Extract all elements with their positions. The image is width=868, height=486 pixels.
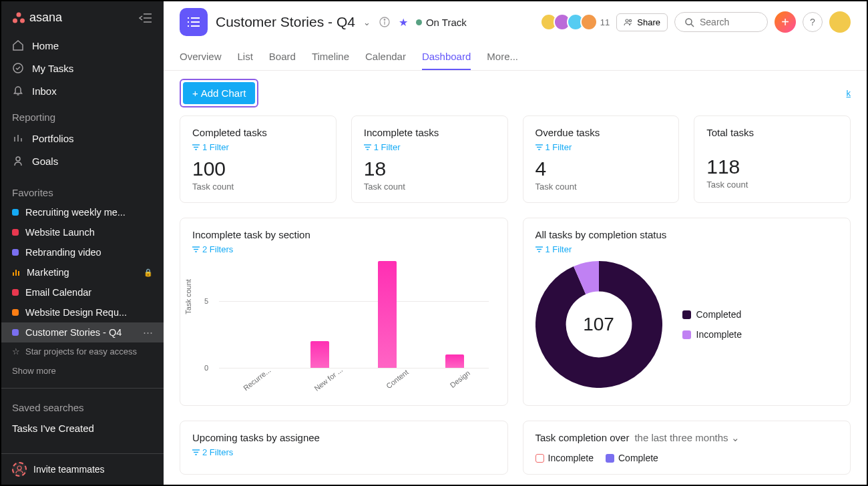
bar-chart-card[interactable]: Incomplete task by section 2 Filters Tas… — [180, 218, 508, 406]
legend-item: Completed — [682, 309, 742, 320]
legend-toggle[interactable]: Complete — [606, 453, 658, 463]
tab-board[interactable]: Board — [269, 45, 296, 70]
tab-overview[interactable]: Overview — [180, 45, 222, 70]
sidebar-favorite-item[interactable]: Website Design Requ... — [1, 302, 164, 322]
search-box[interactable] — [674, 12, 768, 32]
upcoming-chart-card[interactable]: Upcoming tasks by assignee 2 Filters — [180, 421, 508, 475]
share-button[interactable]: Share — [616, 13, 668, 31]
invite-teammates[interactable]: Invite teammates — [1, 453, 164, 485]
metric-title: Incomplete tasks — [364, 127, 495, 138]
brand-logo[interactable]: asana — [12, 11, 62, 25]
project-color-icon — [12, 229, 19, 236]
add-chart-button[interactable]: + Add Chart — [183, 82, 255, 104]
donut-chart: 107 — [535, 261, 662, 388]
nav-my-tasks[interactable]: My Tasks — [1, 57, 164, 79]
nav-label: Inbox — [32, 85, 57, 97]
svg-line-28 — [691, 24, 694, 27]
project-color-icon — [12, 289, 19, 296]
main-content: Customer Stories - Q4 ⌄ ★ On Track — [164, 1, 867, 485]
chart-filter[interactable]: 1 Filter — [535, 244, 839, 254]
saved-search-item[interactable]: Tasks I've Created — [1, 417, 164, 439]
project-title[interactable]: Customer Stories - Q4 — [216, 14, 355, 30]
legend-swatch — [682, 310, 691, 319]
tab-list[interactable]: List — [238, 45, 253, 70]
x-axis-label: Recurre... — [242, 366, 278, 401]
chart-title: Task completion over — [535, 432, 630, 443]
global-add-button[interactable]: + — [775, 11, 796, 33]
chevron-down-icon[interactable]: ⌄ — [363, 17, 371, 27]
project-icon[interactable] — [180, 8, 208, 36]
metric-subtitle: Task count — [364, 182, 495, 192]
metric-value: 18 — [364, 158, 495, 180]
favorite-label: Rebranding video — [25, 247, 153, 258]
metric-subtitle: Task count — [192, 182, 324, 192]
tab-dashboard[interactable]: Dashboard — [422, 45, 471, 70]
help-button[interactable]: ? — [803, 12, 823, 32]
current-user-avatar[interactable] — [829, 11, 851, 33]
sidebar-favorite-item[interactable]: Rebranding video — [1, 242, 164, 262]
metric-filter[interactable]: 1 Filter — [364, 142, 495, 152]
project-color-icon — [12, 209, 19, 216]
legend-toggle[interactable]: Incomplete — [535, 453, 594, 463]
chart-filter[interactable]: 2 Filters — [192, 244, 495, 254]
metric-title: Completed tasks — [192, 127, 324, 138]
tab-timeline[interactable]: Timeline — [312, 45, 349, 70]
sidebar-favorite-item[interactable]: Marketing🔒 — [1, 262, 164, 282]
legend-swatch — [682, 330, 691, 339]
favorite-label: Website Design Requ... — [25, 307, 153, 318]
metric-card[interactable]: Incomplete tasks1 Filter18Task count — [351, 115, 508, 203]
share-label: Share — [637, 17, 660, 27]
feedback-link[interactable]: k — [847, 88, 851, 98]
nav-inbox[interactable]: Inbox — [1, 79, 164, 102]
nav-label: Goals — [32, 156, 58, 167]
tab-calendar[interactable]: Calendar — [365, 45, 406, 70]
sidebar-favorite-item[interactable]: Customer Stories - Q4⋯ — [1, 322, 164, 342]
people-icon — [624, 18, 633, 26]
sidebar-favorite-item[interactable]: Email Calendar — [1, 282, 164, 302]
show-more-link[interactable]: Show more — [1, 360, 164, 381]
star-icon[interactable]: ★ — [399, 16, 408, 29]
nav-label: Home — [32, 40, 59, 51]
status-pill[interactable]: On Track — [416, 17, 467, 28]
metric-subtitle: Task count — [706, 180, 838, 190]
sidebar-favorite-item[interactable]: Website Launch — [1, 222, 164, 242]
metric-value: 100 — [192, 158, 324, 180]
favorite-label: Marketing — [27, 267, 137, 278]
project-color-icon — [12, 249, 19, 256]
info-icon[interactable] — [379, 16, 391, 28]
invite-icon — [12, 462, 27, 477]
donut-chart-card[interactable]: All tasks by completion status 1 Filter … — [523, 218, 851, 406]
member-avatars[interactable]: 11 — [544, 13, 610, 31]
metric-filter[interactable]: 1 Filter — [192, 142, 324, 152]
sidebar-favorite-item[interactable]: Recruiting weekly me... — [1, 202, 164, 222]
tab-more[interactable]: More... — [487, 45, 518, 70]
search-input[interactable] — [700, 17, 753, 27]
search-icon — [684, 17, 694, 27]
svg-rect-13 — [15, 270, 17, 276]
filter-icon — [535, 246, 543, 252]
project-tabs: OverviewListBoardTimelineCalendarDashboa… — [180, 45, 851, 70]
x-axis-label: New for ... — [313, 366, 351, 401]
bar — [378, 261, 397, 368]
chart-filter[interactable]: 2 Filters — [192, 447, 495, 457]
nav-home[interactable]: Home — [1, 34, 164, 57]
favorite-label: Recruiting weekly me... — [25, 207, 153, 218]
sidebar-collapse-icon[interactable] — [138, 13, 153, 23]
metric-card[interactable]: Completed tasks1 Filter100Task count — [180, 115, 337, 203]
metric-filter[interactable]: 1 Filter — [535, 142, 667, 152]
svg-point-25 — [626, 19, 628, 22]
nav-goals[interactable]: Goals — [1, 150, 164, 172]
period-selector[interactable]: the last three months ⌄ — [634, 432, 739, 444]
metric-card[interactable]: Total tasks118Task count — [694, 115, 851, 203]
svg-rect-12 — [13, 272, 14, 276]
brand-name: asana — [29, 11, 62, 25]
favorite-label: Customer Stories - Q4 — [25, 327, 136, 338]
nav-label: My Tasks — [32, 63, 73, 74]
sidebar: asana Home My Tasks Inbox Reporting Po — [1, 1, 164, 485]
metric-card[interactable]: Overdue tasks1 Filter4Task count — [523, 115, 680, 203]
more-icon[interactable]: ⋯ — [143, 327, 153, 338]
completion-chart-card[interactable]: Task completion over the last three mont… — [523, 421, 851, 475]
nav-portfolios[interactable]: Portfolios — [1, 127, 164, 150]
svg-point-26 — [630, 19, 632, 21]
metric-subtitle: Task count — [535, 182, 667, 192]
